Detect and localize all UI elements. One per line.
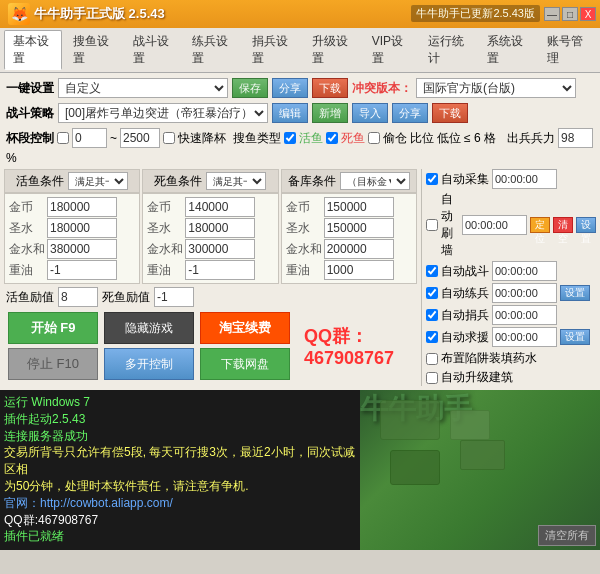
- troops-input[interactable]: [558, 128, 593, 148]
- battle-strategy-label: 战斗策略: [6, 105, 54, 122]
- live-fish-checkbox[interactable]: [284, 132, 296, 144]
- cup-max-input[interactable]: [120, 128, 160, 148]
- auto-wall-time[interactable]: [462, 215, 527, 235]
- live-oil-input[interactable]: [47, 260, 117, 280]
- menu-account[interactable]: 账号管理: [538, 30, 596, 70]
- log-line-7: QQ群:467908767: [4, 512, 356, 529]
- backup-goldwater-input[interactable]: [324, 239, 394, 259]
- close-button[interactable]: X: [580, 7, 596, 21]
- auto-potion-checkbox[interactable]: [426, 353, 438, 365]
- auto-battle-checkbox[interactable]: [426, 265, 438, 277]
- log-line-6: 官网：http://cowbot.aliapp.com/: [4, 495, 356, 512]
- auto-donate-row: 自动捐兵: [426, 305, 596, 325]
- download-button[interactable]: 下载: [312, 78, 348, 98]
- oil-label2: 重油: [147, 262, 183, 279]
- menu-stats[interactable]: 运行统计: [419, 30, 477, 70]
- backup-holy-input[interactable]: [324, 218, 394, 238]
- conflict-select[interactable]: 国际官方版(台版): [416, 78, 576, 98]
- dead-fish-select[interactable]: 满足其一: [206, 172, 266, 190]
- download2-button[interactable]: 下载: [432, 103, 468, 123]
- auto-wall-label: 自动刷墙: [441, 191, 459, 259]
- auto-battle-time[interactable]: [492, 261, 557, 281]
- auto-collect-time[interactable]: [492, 169, 557, 189]
- wall-set-button[interactable]: 设置: [576, 217, 596, 233]
- steal-checkbox[interactable]: [368, 132, 380, 144]
- menu-upgrade-settings[interactable]: 升级设置: [303, 30, 361, 70]
- backup-oil-input[interactable]: [324, 260, 394, 280]
- battle-strategy-select[interactable]: [00]屠炸弓单边突进（帝狂暴治疗）: [58, 103, 268, 123]
- gold-water-label3: 金水和: [286, 241, 322, 258]
- menu-donate-settings[interactable]: 捐兵设置: [243, 30, 301, 70]
- cup-min-input[interactable]: [72, 128, 107, 148]
- backup-values: 金币 圣水 金水和 重油: [281, 193, 417, 284]
- save-button[interactable]: 保存: [232, 78, 268, 98]
- share-button[interactable]: 分享: [272, 78, 308, 98]
- app-title: 牛牛助手正式版 2.5.43: [34, 5, 165, 23]
- live-goldwater-input[interactable]: [47, 239, 117, 259]
- wall-locate-button[interactable]: 定位: [530, 217, 550, 233]
- version-notice: 牛牛助手已更新2.5.43版: [411, 5, 540, 22]
- auto-rescue-time[interactable]: [492, 327, 557, 347]
- auto-build-label: 自动升级建筑: [441, 369, 513, 386]
- gold-label3: 金币: [286, 199, 322, 216]
- dead-fish-checkbox[interactable]: [326, 132, 338, 144]
- dead-goldwater-input[interactable]: [185, 239, 255, 259]
- backup-header: 备库条件 （目标金▼）: [281, 169, 417, 193]
- dead-oil-input[interactable]: [185, 260, 255, 280]
- live-fish-header-label: 活鱼条件: [16, 173, 64, 190]
- menu-vip-settings[interactable]: VIP设置: [363, 30, 417, 70]
- menu-system-settings[interactable]: 系统设置: [478, 30, 536, 70]
- start-button[interactable]: 开始 F9: [8, 312, 98, 344]
- app-logo: 🦊: [8, 3, 30, 25]
- stop-button[interactable]: 停止 F10: [8, 348, 98, 380]
- multi-control-button[interactable]: 多开控制: [104, 348, 194, 380]
- auto-donate-checkbox[interactable]: [426, 309, 438, 321]
- auto-rescue-checkbox[interactable]: [426, 331, 438, 343]
- auto-collect-checkbox[interactable]: [426, 173, 438, 185]
- building-1: [380, 400, 440, 440]
- clear-all-button[interactable]: 清空所有: [538, 525, 596, 546]
- auto-wall-checkbox[interactable]: [426, 219, 438, 231]
- holy-water-label1: 圣水: [9, 220, 45, 237]
- cup-control-checkbox[interactable]: [57, 132, 69, 144]
- backup-select[interactable]: （目标金▼）: [340, 172, 410, 190]
- menu-basic-settings[interactable]: 基本设置: [4, 30, 62, 70]
- train-set-button[interactable]: 设置: [560, 285, 590, 301]
- fast-drop-checkbox[interactable]: [163, 132, 175, 144]
- live-score-input[interactable]: [58, 287, 98, 307]
- minimize-button[interactable]: —: [544, 7, 560, 21]
- hide-game-button[interactable]: 隐藏游戏: [104, 312, 194, 344]
- menu-train-settings[interactable]: 练兵设置: [183, 30, 241, 70]
- dead-gold-input[interactable]: [185, 197, 255, 217]
- auto-train-time[interactable]: [492, 283, 557, 303]
- auto-rescue-label: 自动求援: [441, 329, 489, 346]
- live-gold-input[interactable]: [47, 197, 117, 217]
- auto-settings: 自动采集 自动刷墙 定位 清空 设置 自动战斗 自动练兵 设置: [421, 169, 596, 386]
- live-holy-input[interactable]: [47, 218, 117, 238]
- menu-battle-settings[interactable]: 战斗设置: [124, 30, 182, 70]
- wall-clear-button[interactable]: 清空: [553, 217, 573, 233]
- auto-build-checkbox[interactable]: [426, 372, 438, 384]
- share2-button[interactable]: 分享: [392, 103, 428, 123]
- taobao-button[interactable]: 淘宝续费: [200, 312, 290, 344]
- import-button[interactable]: 导入: [352, 103, 388, 123]
- left-conditions: 活鱼条件 满足其一 金币 圣水: [4, 169, 417, 386]
- building-4: [460, 440, 505, 470]
- auto-train-checkbox[interactable]: [426, 287, 438, 299]
- auto-donate-label: 自动捐兵: [441, 307, 489, 324]
- dead-holy-input[interactable]: [185, 218, 255, 238]
- rescue-set-button[interactable]: 设置: [560, 329, 590, 345]
- dead-score-input[interactable]: [154, 287, 194, 307]
- edit-button[interactable]: 编辑: [272, 103, 308, 123]
- gold-water-label2: 金水和: [147, 241, 183, 258]
- auto-donate-time[interactable]: [492, 305, 557, 325]
- one-click-select[interactable]: 自定义: [58, 78, 228, 98]
- backup-gold-input[interactable]: [324, 197, 394, 217]
- restore-button[interactable]: □: [562, 7, 578, 21]
- new-button[interactable]: 新增: [312, 103, 348, 123]
- qq-group: QQ群：467908767: [304, 324, 413, 369]
- live-fish-select[interactable]: 满足其一: [68, 172, 128, 190]
- menu-fish-settings[interactable]: 搜鱼设置: [64, 30, 122, 70]
- conditions-section: 活鱼条件 满足其一 金币 圣水: [4, 169, 596, 386]
- download-disk-button[interactable]: 下载网盘: [200, 348, 290, 380]
